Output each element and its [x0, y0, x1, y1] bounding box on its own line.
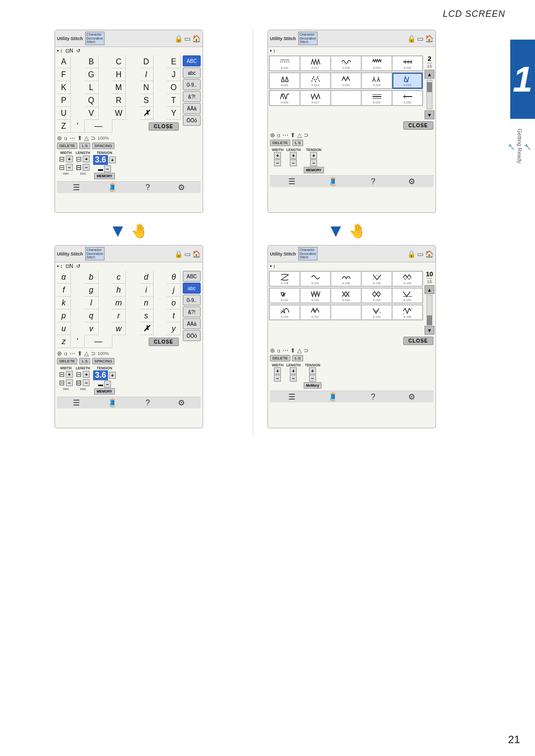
alpha-cell-F[interactable]: F: [57, 68, 71, 81]
memory-button-br[interactable]: MeMory: [304, 382, 321, 389]
alpha-cell-P[interactable]: P: [57, 94, 71, 107]
length-plus-br[interactable]: +: [290, 367, 297, 374]
scroll-up-br[interactable]: ▲: [425, 285, 434, 294]
alpha-cell-theta[interactable]: θ: [167, 271, 181, 284]
alpha-cell-t[interactable]: t: [167, 309, 181, 322]
stitch-6019[interactable]: 6-019: [362, 56, 392, 71]
alpha-cell-m[interactable]: m: [112, 297, 126, 309]
memory-button-bl[interactable]: MEMORY: [94, 388, 114, 395]
width-minus-tl[interactable]: −: [66, 164, 73, 171]
alpha-cell-alpha[interactable]: α: [57, 271, 71, 284]
alpha-cell-q[interactable]: q: [85, 309, 99, 322]
alpha-cell-h[interactable]: h: [112, 284, 126, 297]
width-minus-tr[interactable]: −: [274, 159, 281, 166]
alpha-cell-D[interactable]: D: [140, 55, 154, 68]
alpha-cell-I[interactable]: I: [140, 68, 154, 81]
settings-icon-tl[interactable]: ⚙: [178, 183, 185, 192]
alpha-cell-Z[interactable]: Z: [57, 120, 71, 133]
width-plus-bl[interactable]: +: [66, 371, 73, 378]
btn-abc-bl[interactable]: abc: [183, 283, 201, 294]
length-plus-bl[interactable]: +: [83, 371, 90, 378]
alpha-cell-L[interactable]: L: [85, 81, 99, 94]
stitch-6157[interactable]: 6-157: [300, 305, 330, 320]
btn-ABC-bl[interactable]: ABC: [183, 271, 201, 282]
alpha-cell-j[interactable]: j: [167, 284, 181, 297]
close-button-bl[interactable]: CLOSE: [149, 338, 179, 346]
alpha-cell-s[interactable]: s: [140, 309, 154, 322]
alpha-cell-O[interactable]: O: [167, 81, 181, 94]
delete-button-tr[interactable]: DELETE: [270, 140, 290, 146]
help-icon-bl[interactable]: ?: [146, 399, 150, 407]
tension-minus-br[interactable]: −: [309, 375, 316, 382]
stitch-6023[interactable]: 6-023: [331, 73, 361, 89]
alpha-cell-u[interactable]: u: [57, 322, 71, 335]
btn-special-tl[interactable]: &?!: [183, 91, 201, 102]
alpha-cell-d[interactable]: d: [140, 271, 154, 284]
stitch-6020[interactable]: 6-020: [392, 56, 423, 71]
length-plus-tl[interactable]: +: [83, 155, 90, 162]
tension-plus-bl[interactable]: +: [109, 372, 116, 379]
alpha-cell-W[interactable]: W: [112, 107, 126, 120]
btn-abc-tl[interactable]: abc: [183, 67, 201, 78]
alpha-cell-K[interactable]: K: [57, 81, 71, 94]
stitch-6141[interactable]: 6-141: [269, 288, 300, 303]
ls-button-br[interactable]: L S: [292, 355, 303, 361]
alpha-cell-J[interactable]: J: [167, 68, 181, 81]
alpha-cell-n[interactable]: n: [140, 297, 154, 309]
stitch-6139[interactable]: 6-139: [362, 271, 392, 286]
stitch-6144[interactable]: 6-144: [362, 288, 392, 303]
alpha-cell-dash-bl[interactable]: —: [85, 335, 112, 348]
alpha-cell-R[interactable]: R: [112, 94, 126, 107]
alpha-cell-T[interactable]: T: [167, 94, 181, 107]
alpha-cell-k[interactable]: k: [57, 297, 71, 309]
alpha-cell-E[interactable]: E: [167, 55, 181, 68]
tension-plus-tr[interactable]: +: [310, 152, 317, 159]
alpha-cell-apos-bl[interactable]: ': [71, 335, 85, 348]
alpha-cell-Q[interactable]: Q: [85, 94, 99, 107]
alpha-cell-dash[interactable]: —: [85, 120, 112, 133]
stitch-6142[interactable]: 6-142: [300, 288, 330, 303]
width-plus-tr[interactable]: +: [274, 152, 281, 159]
ls-button-tl[interactable]: L S: [79, 143, 90, 149]
stitch-6150[interactable]: •+ 6-150: [392, 305, 423, 320]
alpha-cell-X-cross[interactable]: ✗: [140, 107, 154, 120]
spacing-button-tl[interactable]: SPACING: [92, 143, 114, 149]
alpha-cell-c[interactable]: c: [112, 271, 126, 284]
tension-minus-bl[interactable]: −: [104, 381, 111, 388]
width-plus-tl[interactable]: +: [66, 155, 73, 162]
alpha-cell-H[interactable]: H: [112, 68, 126, 81]
sewing-icon-tr[interactable]: 🧵: [328, 177, 338, 186]
sewing-icon-tl[interactable]: 🧵: [107, 183, 117, 192]
stitch-6027[interactable]: 6-027: [300, 91, 330, 105]
alpha-cell-o[interactable]: o: [167, 297, 181, 309]
tension-minus-tl[interactable]: −: [104, 165, 111, 172]
alpha-cell-y[interactable]: y: [167, 322, 181, 335]
alpha-cell-w[interactable]: w: [112, 322, 126, 335]
stitch-6136[interactable]: 6-136: [269, 271, 300, 286]
btn-special-bl[interactable]: &?!: [183, 306, 201, 317]
alpha-cell-G[interactable]: G: [85, 68, 99, 81]
stitch-6026[interactable]: 6-026: [269, 91, 300, 105]
stitch-6029[interactable]: 6-029: [362, 91, 392, 105]
stitch-6022[interactable]: 6-022: [300, 73, 330, 89]
btn-umlaut2-tl[interactable]: ÖÖö: [183, 115, 201, 126]
scroll-up-tr[interactable]: ▲: [425, 70, 434, 79]
length-minus-br[interactable]: −: [290, 375, 297, 382]
btn-09-tl[interactable]: 0-9..: [183, 79, 201, 90]
alpha-cell-v[interactable]: v: [85, 322, 99, 335]
stitch-6017[interactable]: 6-017: [300, 56, 330, 71]
alpha-cell-b[interactable]: b: [85, 271, 99, 284]
menu-icon-br[interactable]: ☰: [288, 392, 295, 402]
stitch-6149[interactable]: + 6-149: [362, 305, 392, 320]
help-icon-tr[interactable]: ?: [371, 177, 375, 186]
help-icon-tl[interactable]: ?: [146, 183, 150, 192]
settings-icon-br[interactable]: ⚙: [408, 392, 415, 402]
alpha-cell-x-cross[interactable]: ✗: [140, 322, 154, 335]
stitch-6137[interactable]: 6-137: [300, 271, 330, 286]
tension-plus-tl[interactable]: +: [109, 156, 116, 163]
length-minus-tr[interactable]: −: [290, 159, 297, 166]
menu-icon-tr[interactable]: ☰: [288, 177, 295, 186]
menu-icon-tl[interactable]: ☰: [73, 183, 80, 192]
alpha-cell-V[interactable]: V: [85, 107, 99, 120]
close-button-tl[interactable]: CLOSE: [149, 122, 179, 131]
